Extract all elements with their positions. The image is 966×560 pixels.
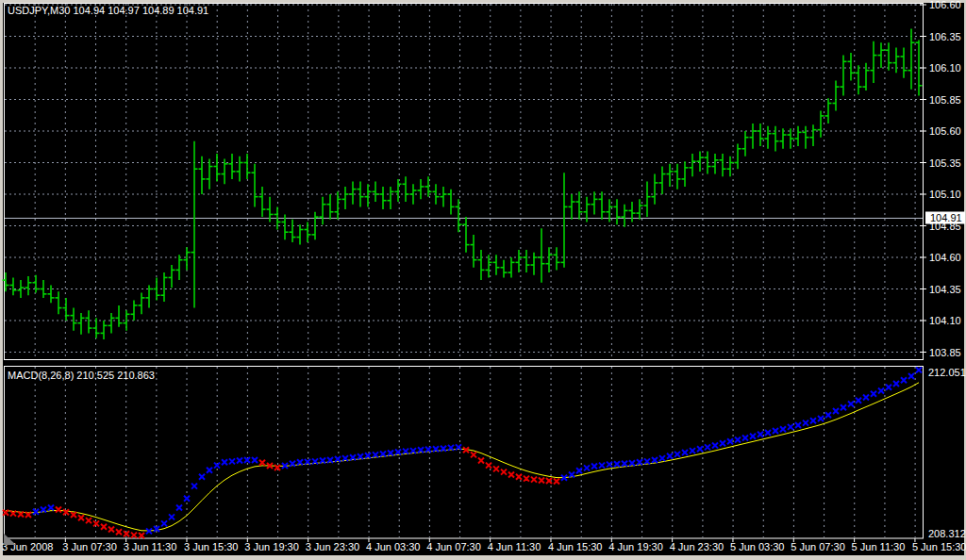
time-tick-label: 5 Jun 11:30 — [852, 541, 906, 552]
price-tick-label: 105.35 — [929, 157, 961, 169]
time-tick-label: 4 Jun 23:30 — [670, 541, 724, 552]
price-tick-label: 105.10 — [929, 189, 961, 200]
macd-up-marker — [176, 505, 182, 511]
macd-up-marker — [773, 428, 778, 434]
macd-down-marker — [108, 527, 114, 533]
macd-up-marker — [169, 514, 175, 519]
grid-lines — [5, 4, 923, 537]
macd-up-marker — [644, 458, 650, 464]
chart-canvas: 106.60106.35106.10105.85105.60105.35105.… — [0, 0, 966, 560]
macd-up-marker — [667, 453, 673, 459]
macd-up-marker — [720, 440, 725, 446]
macd-up-marker — [576, 468, 582, 473]
macd-up-marker — [659, 455, 665, 461]
macd-up-marker — [788, 424, 793, 430]
price-tick-label: 106.10 — [929, 62, 961, 74]
price-tick-label: 106.35 — [929, 31, 961, 42]
macd-up-marker — [803, 420, 808, 426]
macd-down-marker — [508, 471, 514, 477]
macd-down-marker — [63, 509, 69, 515]
macd-down-marker — [539, 478, 544, 484]
time-tick-label: 5 Jun 07:30 — [791, 541, 845, 552]
macd-signal-line — [6, 383, 919, 531]
price-tick-label: 105.60 — [929, 125, 961, 137]
macd-down-marker — [531, 477, 537, 483]
macd-up-marker — [916, 367, 922, 372]
macd-up-marker — [856, 398, 861, 404]
macd-min-label: 208.312 — [928, 528, 966, 539]
macd-up-marker — [780, 426, 786, 432]
macd-up-marker — [841, 404, 846, 410]
time-axis[interactable]: 3 Jun 20083 Jun 07:303 Jun 11:303 Jun 15… — [2, 538, 966, 552]
time-tick-label: 4 Jun 15:30 — [548, 541, 603, 552]
macd-up-marker — [229, 458, 235, 464]
macd-up-marker — [901, 377, 907, 383]
ohlc-bars — [3, 28, 923, 339]
macd-up-marker — [825, 412, 831, 418]
macd-up-marker — [727, 438, 733, 444]
macd-up-marker — [863, 394, 869, 400]
macd-down-marker — [493, 466, 499, 471]
macd-down-marker — [78, 515, 84, 520]
macd-up-marker — [207, 468, 212, 473]
macd-label: MACD(8,26,8) 210.525 210.863 — [8, 370, 155, 381]
macd-up-marker — [637, 459, 642, 465]
macd-up-marker — [735, 436, 741, 442]
macd-up-marker — [652, 457, 658, 463]
macd-up-marker — [237, 457, 242, 463]
macd-up-marker — [712, 443, 718, 449]
chart-window: 106.60106.35106.10105.85105.60105.35105.… — [0, 0, 966, 560]
macd-down-marker — [524, 476, 529, 482]
time-tick-label: 3 Jun 15:30 — [184, 541, 239, 552]
macd-up-marker — [373, 452, 378, 457]
macd-up-marker — [682, 450, 688, 455]
macd-up-marker — [48, 505, 54, 511]
macd-down-marker — [101, 524, 107, 530]
macd-up-marker — [878, 387, 884, 393]
price-tick-label: 103.85 — [929, 347, 961, 358]
macd-up-marker — [893, 381, 899, 387]
macd-up-marker — [380, 451, 386, 456]
macd-series — [3, 367, 922, 538]
macd-down-marker — [516, 474, 522, 480]
time-tick-label: 3 Jun 07:30 — [62, 541, 117, 552]
time-tick-label: 3 Jun 19:30 — [244, 541, 299, 552]
price-box-value: 104.91 — [930, 212, 962, 223]
macd-up-marker — [871, 391, 876, 397]
macd-up-marker — [33, 509, 39, 515]
macd-down-marker — [116, 529, 122, 535]
macd-up-marker — [833, 408, 839, 414]
macd-max-label: 212.051 — [928, 367, 966, 378]
history-start-triangle-icon — [4, 534, 16, 545]
macd-up-marker — [690, 448, 695, 453]
macd-down-marker — [478, 457, 484, 463]
price-tick-label: 105.85 — [929, 94, 961, 106]
time-tick-label: 3 Jun 23:30 — [306, 541, 360, 552]
macd-up-marker — [184, 496, 190, 502]
macd-up-marker — [758, 432, 763, 437]
time-tick-label: 4 Jun 07:30 — [426, 541, 481, 552]
time-tick-label: 5 Jun 03:30 — [730, 541, 785, 552]
macd-up-marker — [161, 520, 167, 526]
macd-down-marker — [131, 533, 137, 538]
macd-up-marker — [765, 430, 771, 436]
macd-up-marker — [675, 452, 680, 457]
macd-down-marker — [501, 469, 507, 475]
macd-up-marker — [908, 373, 914, 379]
macd-up-marker — [750, 434, 756, 439]
macd-up-marker — [403, 449, 408, 454]
macd-up-marker — [810, 418, 816, 423]
macd-up-marker — [705, 444, 710, 450]
macd-up-marker — [818, 416, 824, 421]
time-tick-label: 5 Jun 15:30 — [912, 541, 966, 552]
macd-up-marker — [395, 450, 401, 455]
current-price-box: 104.91 — [925, 212, 965, 224]
macd-up-marker — [614, 461, 620, 467]
time-tick-label: 3 Jun 11:30 — [124, 541, 177, 552]
price-axis[interactable]: 106.60106.35106.10105.85105.60105.35105.… — [920, 0, 961, 358]
price-tick-label: 104.60 — [929, 252, 961, 263]
time-tick-label: 4 Jun 03:30 — [366, 541, 421, 552]
price-tick-label: 106.60 — [929, 0, 961, 10]
macd-down-marker — [259, 460, 265, 466]
macd-up-marker — [252, 457, 258, 463]
